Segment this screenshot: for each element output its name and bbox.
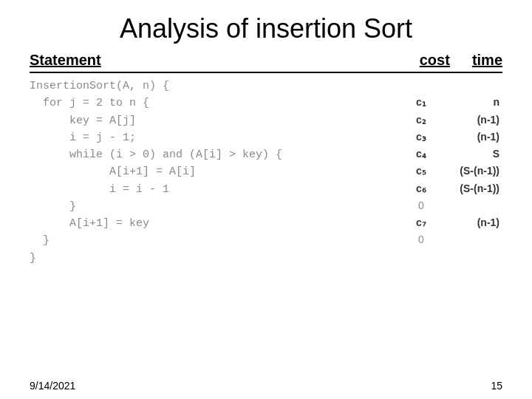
cost-value: c₃ — [399, 129, 443, 146]
time-value: n — [443, 95, 502, 111]
time-value: S — [443, 146, 502, 163]
time-value: (n-1) — [443, 129, 502, 146]
footer-page: 15 — [491, 380, 502, 392]
code-text: key = A[j] — [30, 112, 399, 129]
code-text: i = j - 1; — [30, 129, 399, 146]
cost-value: 0 — [399, 232, 443, 248]
code-text: } — [30, 198, 399, 215]
table-row: A[i+1] = A[i]c₅(S-(n-1)) — [30, 163, 502, 180]
page-title: Analysis of insertion Sort — [0, 0, 532, 52]
time-value: (n-1) — [443, 112, 502, 129]
cost-value: c₄ — [399, 146, 443, 163]
code-text: } — [30, 232, 399, 249]
table-row: }0 — [30, 232, 502, 249]
code-text: A[i+1] = A[i] — [30, 163, 399, 180]
statement-header: Statement — [30, 52, 101, 69]
time-value: (S-(n-1)) — [443, 181, 502, 197]
cost-value: 0 — [399, 198, 443, 214]
time-value: (S-(n-1)) — [443, 163, 502, 180]
table-row: i = i - 1c₆(S-(n-1)) — [30, 181, 502, 198]
table-row: key = A[j]c₂(n-1) — [30, 112, 502, 129]
footer-date: 9/14/2021 — [30, 380, 75, 392]
code-text: A[i+1] = key — [30, 215, 399, 232]
table-row: for j = 2 to n {c₁n — [30, 95, 502, 112]
cost-header: cost — [420, 52, 450, 69]
content-area: Statement cost time InsertionSort(A, n) … — [0, 52, 532, 267]
code-text: for j = 2 to n { — [30, 95, 399, 112]
code-text: InsertionSort(A, n) { — [30, 78, 399, 95]
code-text: while (i > 0) and (A[i] > key) { — [30, 146, 399, 163]
cost-value: c₂ — [399, 112, 443, 129]
cost-value: c₇ — [399, 215, 443, 231]
table-row: InsertionSort(A, n) { — [30, 78, 502, 95]
cost-value: c₆ — [399, 181, 443, 197]
code-text: i = i - 1 — [30, 181, 399, 198]
cost-value: c₅ — [399, 163, 443, 180]
table-row: while (i > 0) and (A[i] > key) {c₄S — [30, 146, 502, 163]
cost-value: c₁ — [399, 95, 443, 111]
table-row: i = j - 1;c₃(n-1) — [30, 129, 502, 146]
table-row: } — [30, 250, 502, 267]
table-row: A[i+1] = keyc₇(n-1) — [30, 215, 502, 232]
time-value: (n-1) — [443, 215, 502, 231]
time-header: time — [472, 52, 502, 69]
code-text: } — [30, 250, 399, 267]
code-section: InsertionSort(A, n) { for j = 2 to n {c₁… — [30, 78, 502, 267]
table-row: }0 — [30, 198, 502, 215]
table-header: Statement cost time — [30, 52, 502, 73]
cost-time-header: cost time — [420, 52, 502, 69]
